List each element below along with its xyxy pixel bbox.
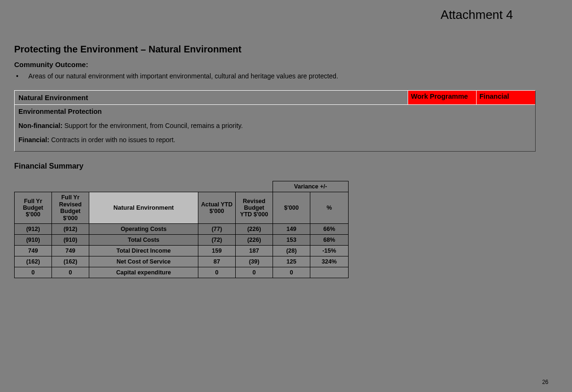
status-category: Natural Environment [15, 91, 408, 104]
table-cell: Operating Costs [89, 223, 198, 234]
table-header-row-1: Variance +/- [15, 181, 349, 192]
financial-summary-table: Variance +/- Full Yr Budget $'000 Full Y… [14, 181, 349, 278]
nonfinancial-label: Non-financial: [18, 122, 62, 129]
financial-line: Financial: Contracts in order with no is… [18, 136, 531, 144]
status-box: Natural Environment Work Programme Finan… [14, 90, 536, 152]
hdr-var-pct: % [310, 192, 349, 224]
status-subhead: Environmental Protection [18, 108, 531, 115]
table-row: 00Capital expenditure000 [15, 267, 349, 278]
table-cell: 0 [52, 267, 89, 278]
table-row: (910)(910)Total Costs(72)(226)15368% [15, 234, 349, 245]
table-cell: Total Direct Income [89, 245, 198, 256]
table-cell: 0 [15, 267, 52, 278]
table-cell: 749 [15, 245, 52, 256]
table-cell: 66% [310, 223, 349, 234]
table-cell: -15% [310, 245, 349, 256]
table-cell: Total Costs [89, 234, 198, 245]
variance-header: Variance +/- [273, 181, 349, 192]
table-cell: 159 [198, 245, 236, 256]
financial-summary-heading: Financial Summary [14, 162, 558, 170]
hdr-actual-ytd: Actual YTD $'000 [198, 192, 236, 224]
hdr-name: Natural Environment [89, 192, 198, 224]
outcome-text: Areas of our natural environment with im… [28, 72, 338, 80]
table-cell: (162) [15, 256, 52, 267]
financial-text: Contracts in order with no issues to rep… [49, 136, 175, 144]
table-row: (912)(912)Operating Costs(77)(226)14966% [15, 223, 349, 234]
nonfinancial-line: Non-financial: Support for the environme… [18, 122, 531, 129]
page: Attachment 4 Protecting the Environment … [0, 0, 572, 392]
nonfinancial-text: Support for the environment, from Counci… [62, 122, 243, 129]
table-cell: 153 [273, 234, 310, 245]
table-cell: 125 [273, 256, 310, 267]
table-header-row-2: Full Yr Budget $'000 Full Yr Revised Bud… [15, 192, 349, 224]
table-cell: Capital expenditure [89, 267, 198, 278]
hdr-revised-ytd: Revised Budget YTD $'000 [236, 192, 273, 224]
table-cell: (910) [52, 234, 89, 245]
table-cell: (39) [236, 256, 273, 267]
financial-label: Financial: [18, 136, 49, 144]
table-cell [310, 267, 349, 278]
table-cell: 0 [236, 267, 273, 278]
table-cell: 324% [310, 256, 349, 267]
table-cell: (77) [198, 223, 236, 234]
table-cell: (912) [15, 223, 52, 234]
hdr-var-amount: $'000 [273, 192, 310, 224]
hdr-full-yr-rev-budget: Full Yr Revised Budget $'000 [52, 192, 89, 224]
table-cell: 0 [273, 267, 310, 278]
bullet-icon: • [14, 72, 28, 80]
table-cell: 749 [52, 245, 89, 256]
table-cell: (912) [52, 223, 89, 234]
attachment-label: Attachment 4 [14, 6, 558, 22]
community-outcome-label: Community Outcome: [14, 60, 558, 68]
hdr-full-yr-budget: Full Yr Budget $'000 [15, 192, 52, 224]
outcome-bullet: • Areas of our natural environment with … [14, 72, 558, 80]
page-title: Protecting the Environment – Natural Env… [14, 44, 558, 55]
page-number: 26 [542, 379, 548, 385]
table-row: (162)(162)Net Cost of Service87(39)12532… [15, 256, 349, 267]
table-cell: (226) [236, 223, 273, 234]
status-header: Natural Environment Work Programme Finan… [15, 91, 535, 104]
table-cell: 187 [236, 245, 273, 256]
status-body: Environmental Protection Non-financial: … [15, 104, 535, 151]
table-cell: 68% [310, 234, 349, 245]
table-row: 749749Total Direct Income159187(28)-15% [15, 245, 349, 256]
table-cell: (28) [273, 245, 310, 256]
table-cell: Net Cost of Service [89, 256, 198, 267]
work-programme-badge: Work Programme [408, 91, 476, 104]
table-cell: 87 [198, 256, 236, 267]
table-cell: (226) [236, 234, 273, 245]
table-cell: (910) [15, 234, 52, 245]
table-cell: (72) [198, 234, 236, 245]
table-cell: (162) [52, 256, 89, 267]
table-cell: 0 [198, 267, 236, 278]
financial-badge: Financial [476, 91, 535, 104]
table-cell: 149 [273, 223, 310, 234]
